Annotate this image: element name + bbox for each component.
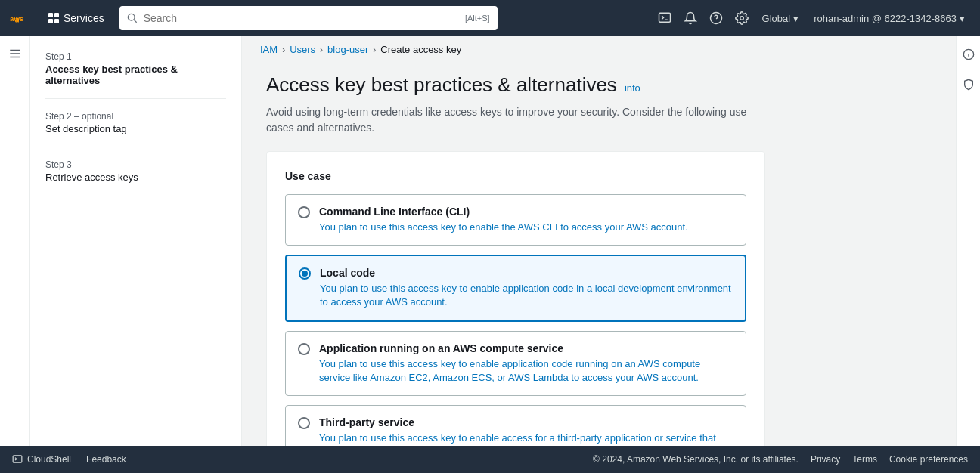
- option-aws-compute-title: Application running on an AWS compute se…: [319, 342, 733, 354]
- breadcrumb-users[interactable]: Users: [290, 44, 315, 55]
- footer-right: © 2024, Amazon Web Services, Inc. or its…: [593, 454, 968, 465]
- step-2-label: Step 2 – optional: [45, 111, 226, 122]
- svg-line-2: [134, 20, 137, 23]
- option-third-party-title: Third-party service: [319, 416, 733, 428]
- terms-link[interactable]: Terms: [852, 454, 877, 465]
- bell-icon: [684, 11, 697, 25]
- radio-aws-compute: [298, 343, 310, 355]
- breadcrumb: IAM › Users › blog-user › Create access …: [242, 36, 956, 58]
- option-aws-compute[interactable]: Application running on an AWS compute se…: [285, 331, 746, 396]
- region-label: Global: [762, 13, 791, 24]
- option-third-party-content: Third-party service You plan to use this…: [319, 416, 733, 446]
- user-label: rohan-admin @ 6222-1342-8663: [814, 13, 957, 24]
- aws-logo[interactable]: aws: [9, 11, 33, 26]
- svg-point-5: [740, 17, 743, 20]
- help-icon-button[interactable]: [705, 7, 727, 29]
- nav-icons: Global ▾ rohan-admin @ 6222-1342-8663 ▾: [653, 7, 971, 29]
- breadcrumb-sep-2: ›: [320, 45, 323, 55]
- step-3-item: Step 3 Retrieve access keys: [45, 159, 226, 183]
- use-case-label: Use case: [285, 170, 746, 182]
- breadcrumb-sep-1: ›: [282, 45, 285, 55]
- svg-rect-12: [13, 456, 22, 462]
- breadcrumb-iam[interactable]: IAM: [260, 44, 278, 55]
- user-arrow: ▾: [960, 13, 965, 24]
- privacy-link[interactable]: Privacy: [811, 454, 840, 465]
- step-2-divider: [45, 147, 226, 147]
- step-1-title: Access key best practices & alternatives: [45, 63, 226, 86]
- step-1-label: Step 1: [45, 51, 226, 62]
- info-panel-button[interactable]: [958, 44, 979, 68]
- radio-third-party: [298, 417, 310, 429]
- shield-panel-button[interactable]: [958, 74, 979, 98]
- option-cli-desc: You plan to use this access key to enabl…: [319, 221, 688, 234]
- step-1-divider: [45, 98, 226, 99]
- footer: CloudShell Feedback © 2024, Amazon Web S…: [0, 446, 980, 473]
- svg-point-1: [128, 14, 135, 20]
- search-bar[interactable]: [Alt+S]: [119, 6, 498, 30]
- sidebar-toggle-button[interactable]: [0, 36, 30, 446]
- steps-panel: Step 1 Access key best practices & alter…: [30, 36, 242, 446]
- radio-local-code-inner: [302, 271, 308, 277]
- step-3-label: Step 3: [45, 159, 226, 170]
- breadcrumb-blog-user[interactable]: blog-user: [327, 44, 368, 55]
- menu-icon: [8, 47, 22, 60]
- feedback-button[interactable]: Feedback: [86, 454, 126, 465]
- option-third-party-desc: You plan to use this access key to enabl…: [319, 431, 733, 446]
- option-aws-compute-desc: You plan to use this access key to enabl…: [319, 357, 733, 385]
- main-layout: Step 1 Access key best practices & alter…: [0, 36, 980, 446]
- shield-icon: [963, 79, 975, 91]
- gear-icon: [735, 11, 749, 25]
- bell-icon-button[interactable]: [679, 7, 702, 29]
- page-title: Access key best practices & alternatives…: [266, 73, 932, 97]
- cookie-preferences-link[interactable]: Cookie preferences: [889, 454, 968, 465]
- terminal-icon-button[interactable]: [653, 7, 676, 29]
- step-2-title: Set description tag: [45, 123, 226, 134]
- search-icon: [127, 13, 138, 23]
- search-input[interactable]: [144, 12, 459, 24]
- content-inner: Access key best practices & alternatives…: [242, 58, 956, 446]
- cloudshell-button[interactable]: CloudShell: [12, 454, 71, 465]
- services-button[interactable]: Services: [42, 9, 110, 27]
- option-cli[interactable]: Command Line Interface (CLI) You plan to…: [285, 194, 746, 246]
- search-shortcut: [Alt+S]: [465, 14, 490, 23]
- cloudshell-label: CloudShell: [27, 454, 71, 465]
- settings-icon-button[interactable]: [730, 7, 753, 29]
- radio-local-code: [299, 267, 311, 280]
- services-label: Services: [64, 12, 104, 24]
- step-3-title: Retrieve access keys: [45, 172, 226, 183]
- user-menu-button[interactable]: rohan-admin @ 6222-1342-8663 ▾: [808, 10, 971, 27]
- option-cli-title: Command Line Interface (CLI): [319, 206, 688, 218]
- option-local-code-content: Local code You plan to use this access k…: [320, 267, 733, 309]
- grid-icon: [48, 13, 59, 23]
- step-2-item: Step 2 – optional Set description tag: [45, 111, 226, 134]
- radio-cli: [298, 206, 310, 218]
- right-panel: [956, 36, 980, 446]
- region-arrow: ▾: [793, 13, 799, 24]
- page-description: Avoid using long-term credentials like a…: [266, 104, 765, 136]
- use-case-section: Use case Command Line Interface (CLI) Yo…: [266, 151, 765, 446]
- terminal-icon: [658, 11, 671, 25]
- breadcrumb-sep-3: ›: [373, 45, 376, 55]
- content-area: IAM › Users › blog-user › Create access …: [242, 36, 956, 446]
- option-local-code[interactable]: Local code You plan to use this access k…: [285, 255, 746, 321]
- svg-rect-3: [659, 13, 670, 22]
- terminal-footer-icon: [12, 454, 23, 465]
- option-aws-compute-content: Application running on an AWS compute se…: [319, 342, 733, 385]
- option-local-code-title: Local code: [320, 267, 733, 279]
- breadcrumb-current: Create access key: [380, 44, 461, 55]
- footer-copyright: © 2024, Amazon Web Services, Inc. or its…: [593, 454, 799, 465]
- region-selector[interactable]: Global ▾: [756, 10, 805, 27]
- step-1-item: Step 1 Access key best practices & alter…: [45, 51, 226, 86]
- info-link[interactable]: info: [625, 82, 640, 94]
- option-third-party[interactable]: Third-party service You plan to use this…: [285, 405, 746, 446]
- info-circle-icon: [963, 48, 975, 60]
- option-cli-content: Command Line Interface (CLI) You plan to…: [319, 206, 688, 234]
- svg-text:aws: aws: [10, 14, 23, 23]
- help-icon: [709, 11, 723, 25]
- option-local-code-desc: You plan to use this access key to enabl…: [320, 282, 733, 309]
- top-navigation: aws Services [Alt+S] Global ▾ rohan-ad: [0, 0, 980, 36]
